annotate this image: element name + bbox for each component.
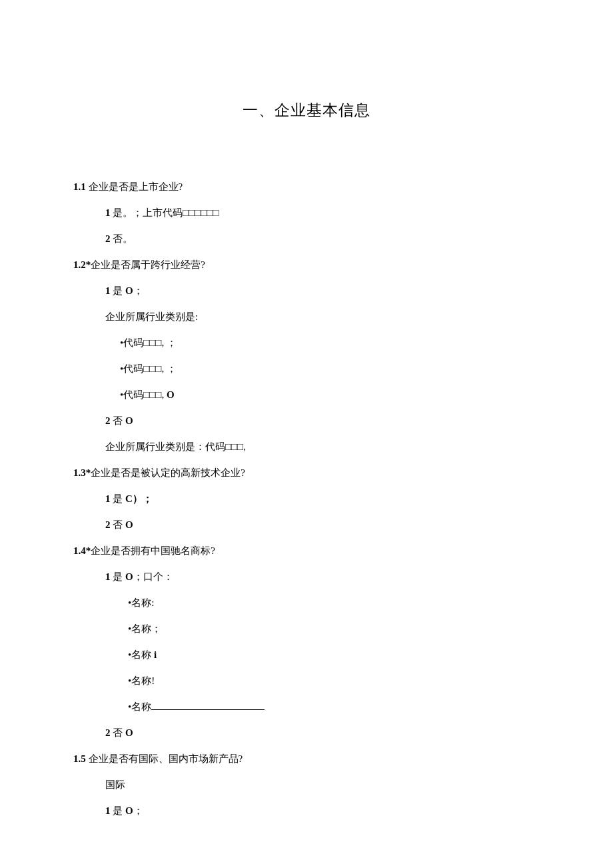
code-line-2: •代码□□□, ； — [73, 356, 540, 382]
opt-text: 否 — [111, 727, 126, 738]
opt-tail-text: ；口个： — [133, 571, 173, 582]
name-line-2: •名称； — [73, 616, 540, 642]
question-1-5: 1.5 企业是否有国际、国内市场新产品? — [73, 746, 540, 772]
name-text: •名称 — [128, 649, 154, 660]
question-1-2: 1.2*企业是否属于跨行业经营? — [73, 252, 540, 278]
opt-number: 1 — [105, 571, 111, 582]
option-1-3-yes: 1 是 C）； — [73, 486, 540, 512]
name-line-5: •名称 — [73, 694, 540, 720]
q-number: 1.1 — [73, 181, 86, 192]
underline-blank — [151, 709, 265, 710]
sub-text-1-2: 企业所属行业类别是: — [73, 304, 540, 330]
q-number: 1.2* — [73, 259, 91, 270]
code-line-1: •代码□□□, ； — [73, 330, 540, 356]
question-1-1: 1.1 企业是否是上市企业? — [73, 174, 540, 200]
opt-tail-text: ； — [133, 805, 143, 816]
section-title: 一、企业基本信息 — [73, 100, 540, 121]
opt-marker: O — [125, 805, 133, 816]
q-text: 企业是否是上市企业? — [86, 181, 183, 192]
opt-text: 是 — [111, 285, 126, 296]
name-suffix: i — [154, 649, 157, 660]
opt-marker: O — [125, 571, 133, 582]
opt-number: 2 — [105, 519, 111, 530]
opt-number: 2 — [105, 233, 111, 244]
name-text: •名称 — [128, 701, 151, 712]
name-line-1: •名称: — [73, 590, 540, 616]
opt-number: 2 — [105, 727, 111, 738]
opt-text: 是 — [111, 805, 126, 816]
opt-text: 否。 — [111, 233, 133, 244]
document-page: 一、企业基本信息 1.1 企业是否是上市企业? 1 是。；上市代码□□□□□□ … — [0, 0, 613, 868]
opt-marker: O — [167, 389, 175, 400]
option-1-4-yes: 1 是 O；口个： — [73, 564, 540, 590]
q-number: 1.3* — [73, 467, 91, 478]
question-1-4: 1.4*企业是否拥有中国驰名商标? — [73, 538, 540, 564]
opt-number: 1 — [105, 207, 111, 218]
opt-marker: C）； — [125, 493, 153, 504]
sub-text-1-2-no: 企业所属行业类别是：代码□□□, — [73, 434, 540, 460]
opt-marker: O — [125, 519, 133, 530]
opt-number: 1 — [105, 805, 111, 816]
code-text: •代码□□□, — [120, 389, 167, 400]
q-number: 1.4* — [73, 545, 91, 556]
option-1-1-no: 2 否。 — [73, 226, 540, 252]
option-1-1-yes: 1 是。；上市代码□□□□□□ — [73, 200, 540, 226]
opt-text: 是 — [111, 571, 126, 582]
q-text: 企业是否拥有中国驰名商标? — [91, 545, 215, 556]
opt-text: 否 — [111, 519, 126, 530]
option-1-3-no: 2 否 O — [73, 512, 540, 538]
opt-marker: O — [125, 285, 133, 296]
option-1-5-yes: 1 是 O； — [73, 798, 540, 824]
option-1-4-no: 2 否 O — [73, 720, 540, 746]
question-1-3: 1.3*企业是否是被认定的高新技术企业? — [73, 460, 540, 486]
q-text: 企业是否是被认定的高新技术企业? — [91, 467, 245, 478]
option-1-2-no: 2 否 O — [73, 408, 540, 434]
opt-number: 1 — [105, 493, 111, 504]
opt-marker: O — [125, 415, 133, 426]
name-line-3: •名称 i — [73, 642, 540, 668]
q-number: 1.5 — [73, 753, 86, 764]
q-text: 企业是否有国际、国内市场新产品? — [86, 753, 243, 764]
code-line-3: •代码□□□, O — [73, 382, 540, 408]
q-text: 企业是否属于跨行业经营? — [91, 259, 205, 270]
opt-number: 2 — [105, 415, 111, 426]
option-1-2-yes: 1 是 O； — [73, 278, 540, 304]
opt-text: 是 — [111, 493, 126, 504]
opt-tail-text: ； — [133, 285, 143, 296]
opt-text: 是。；上市代码□□□□□□ — [111, 207, 219, 218]
opt-text: 否 — [111, 415, 126, 426]
opt-number: 1 — [105, 285, 111, 296]
sub-text-1-5: 国际 — [73, 772, 540, 798]
name-line-4: •名称! — [73, 668, 540, 694]
opt-marker: O — [125, 727, 133, 738]
